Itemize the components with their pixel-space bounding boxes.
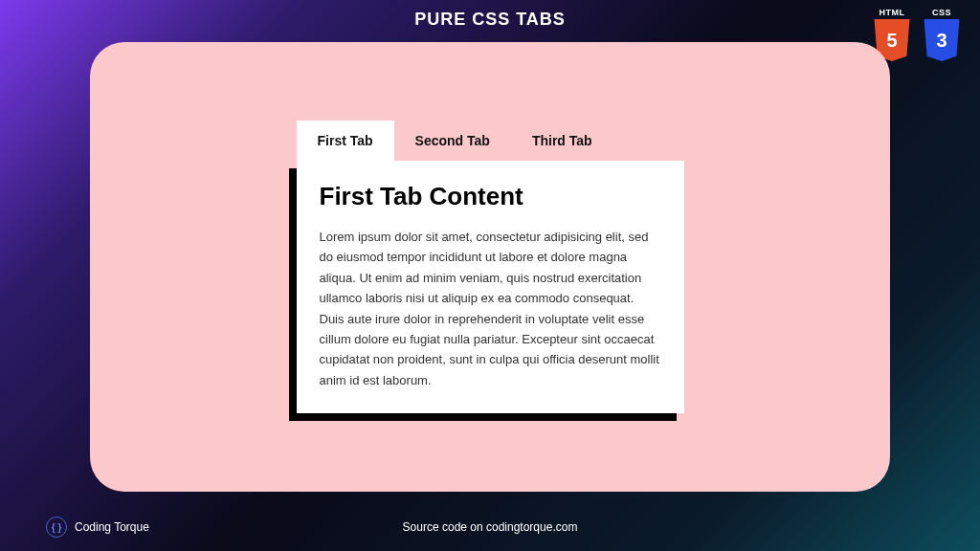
content-body: Lorem ipsum dolor sit amet, consectetur … xyxy=(320,227,661,391)
content-heading: First Tab Content xyxy=(320,182,661,211)
brand-name: Coding Torque xyxy=(75,520,149,534)
footer-brand: { } Coding Torque xyxy=(46,517,149,538)
css-label: CSS xyxy=(932,8,951,17)
page-title: PURE CSS TABS xyxy=(414,10,566,30)
tabs-component: First Tab Second Tab Third Tab First Tab… xyxy=(297,121,684,414)
css3-badge: CSS 3 xyxy=(921,6,963,59)
demo-canvas: First Tab Second Tab Third Tab First Tab… xyxy=(90,42,890,492)
tab-list: First Tab Second Tab Third Tab xyxy=(297,121,684,161)
tab-panel: First Tab Content Lorem ipsum dolor sit … xyxy=(297,161,684,414)
tab-panel-wrap: First Tab Content Lorem ipsum dolor sit … xyxy=(297,161,684,414)
footer-source: Source code on codingtorque.com xyxy=(403,520,578,534)
css3-icon: 3 xyxy=(921,19,963,61)
tab-first[interactable]: First Tab xyxy=(297,121,394,161)
tech-badges: HTML 5 CSS 3 xyxy=(871,6,963,59)
brand-logo-icon: { } xyxy=(46,517,67,538)
html-label: HTML xyxy=(880,8,905,17)
tab-second[interactable]: Second Tab xyxy=(394,121,511,161)
footer: { } Coding Torque Source code on codingt… xyxy=(0,517,980,538)
tab-third[interactable]: Third Tab xyxy=(511,121,613,161)
